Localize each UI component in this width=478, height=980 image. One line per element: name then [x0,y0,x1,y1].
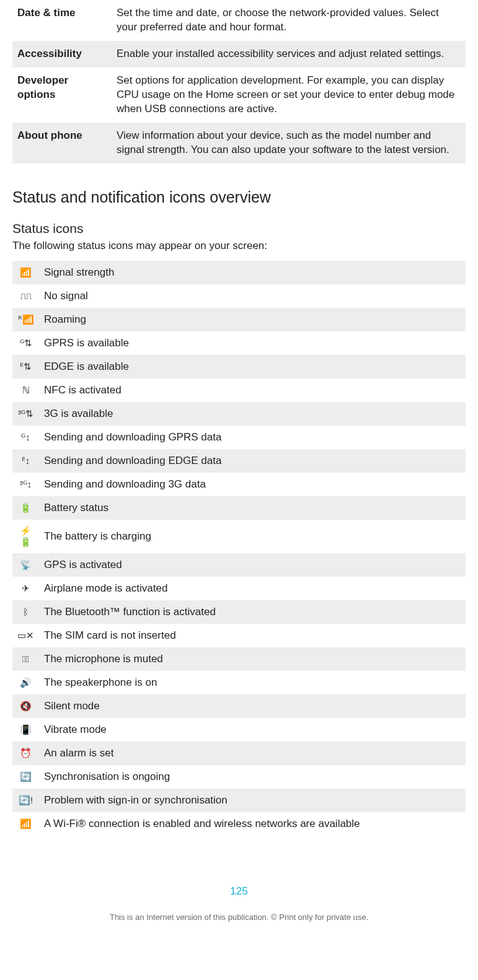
page-number: 125 [12,885,466,898]
settings-row-desc: Enable your installed accessibility serv… [112,41,466,68]
status-icon-row: 📡GPS is activated [12,553,466,577]
status-icon-desc: Sending and downloading GPRS data [39,426,466,449]
edge-available-icon: ᴱ⇅ [12,355,39,378]
silent-mode-icon: 🔇 [12,694,39,718]
gps-activated-icon: 📡 [12,553,39,577]
settings-row: About phoneView information about your d… [12,123,466,164]
settings-row: Date & timeSet the time and date, or cho… [12,0,466,41]
status-icon-desc: An alarm is set [39,742,466,765]
status-icon-row: ⚡🔋The battery is charging [12,520,466,553]
status-icons-table: 📶Signal strength⎍⎍No signalᴿ📶Roamingᴳ⇅GP… [12,261,466,836]
speakerphone-icon: 🔊 [12,671,39,694]
status-icon-desc: The SIM card is not inserted [39,624,466,647]
status-icon-desc: Synchronisation is ongoing [39,765,466,789]
status-icon-desc: The microphone is muted [39,647,466,671]
status-icon-desc: No signal [39,284,466,308]
status-icon-desc: NFC is activated [39,378,466,402]
status-icon-desc: Sending and downloading 3G data [39,473,466,496]
alarm-set-icon: ⏰ [12,742,39,765]
settings-row-label: Date & time [12,0,112,41]
status-icon-row: 🔊The speakerphone is on [12,671,466,694]
status-icon-row: ℕNFC is activated [12,378,466,402]
status-icon-row: ᴿ📶Roaming [12,308,466,331]
status-icon-row: 🔋Battery status [12,496,466,520]
sync-ongoing-icon: 🔄 [12,765,39,789]
settings-row-label: Developer options [12,68,112,123]
status-icon-row: ᴳ⇅GPRS is available [12,331,466,355]
settings-row-desc: Set the time and date, or choose the net… [112,0,466,41]
status-icon-desc: A Wi-Fi® connection is enabled and wirel… [39,812,466,836]
status-icon-row: ³ᴳ↕Sending and downloading 3G data [12,473,466,496]
status-icon-desc: The speakerphone is on [39,671,466,694]
copyright-text: This is an Internet version of this publ… [12,912,466,922]
3g-available-icon: ³ᴳ⇅ [12,402,39,426]
status-icon-row: ✈Airplane mode is activated [12,577,466,600]
status-icon-desc: EDGE is available [39,355,466,378]
status-icon-desc: Battery status [39,496,466,520]
airplane-mode-icon: ✈ [12,577,39,600]
lead-text: The following status icons may appear on… [12,240,466,252]
status-icon-row: 📶Signal strength [12,261,466,284]
status-icon-desc: Roaming [39,308,466,331]
battery-charging-icon: ⚡🔋 [12,520,39,553]
settings-row-label: About phone [12,123,112,164]
wifi-icon: 📶 [12,812,39,836]
gprs-available-icon: ᴳ⇅ [12,331,39,355]
settings-row-desc: View information about your device, such… [112,123,466,164]
roaming-icon: ᴿ📶 [12,308,39,331]
status-icon-row: ⎍⎍No signal [12,284,466,308]
subsection-heading: Status icons [12,221,466,236]
settings-row: Developer optionsSet options for applica… [12,68,466,123]
status-icon-desc: The Bluetooth™ function is activated [39,600,466,624]
no-sim-icon: ▭✕ [12,624,39,647]
status-icon-row: ⏰An alarm is set [12,742,466,765]
status-icon-desc: Silent mode [39,694,466,718]
status-icon-desc: Problem with sign-in or synchronisation [39,789,466,812]
status-icon-row: 📶A Wi-Fi® connection is enabled and wire… [12,812,466,836]
status-icon-desc: Signal strength [39,261,466,284]
section-heading: Status and notification icons overview [12,188,466,206]
status-icon-desc: Vibrate mode [39,718,466,742]
status-icon-desc: GPRS is available [39,331,466,355]
status-icon-row: 🔇Silent mode [12,694,466,718]
status-icon-row: ᴳ↕Sending and downloading GPRS data [12,426,466,449]
status-icon-desc: The battery is charging [39,520,466,553]
sync-problem-icon: 🔄! [12,789,39,812]
3g-data-icon: ³ᴳ↕ [12,473,39,496]
status-icon-desc: GPS is activated [39,553,466,577]
status-icon-desc: Airplane mode is activated [39,577,466,600]
status-icon-row: 🔄Synchronisation is ongoing [12,765,466,789]
settings-row-label: Accessibility [12,41,112,68]
mic-muted-icon: 🎙̸ [12,647,39,671]
status-icon-row: ᛒThe Bluetooth™ function is activated [12,600,466,624]
no-signal-icon: ⎍⎍ [12,284,39,308]
status-icon-desc: Sending and downloading EDGE data [39,449,466,473]
status-icon-row: 🔄!Problem with sign-in or synchronisatio… [12,789,466,812]
status-icon-row: ᴱ⇅EDGE is available [12,355,466,378]
bluetooth-icon: ᛒ [12,600,39,624]
settings-table: Date & timeSet the time and date, or cho… [12,0,466,164]
edge-data-icon: ᴱ↕ [12,449,39,473]
settings-row: AccessibilityEnable your installed acces… [12,41,466,68]
status-icon-row: ▭✕The SIM card is not inserted [12,624,466,647]
status-icon-row: ᴱ↕Sending and downloading EDGE data [12,449,466,473]
vibrate-mode-icon: 📳 [12,718,39,742]
battery-status-icon: 🔋 [12,496,39,520]
status-icon-desc: 3G is available [39,402,466,426]
nfc-activated-icon: ℕ [12,378,39,402]
status-icon-row: ³ᴳ⇅3G is available [12,402,466,426]
status-icon-row: 📳Vibrate mode [12,718,466,742]
gprs-data-icon: ᴳ↕ [12,426,39,449]
status-icon-row: 🎙̸The microphone is muted [12,647,466,671]
settings-row-desc: Set options for application development.… [112,68,466,123]
signal-strength-icon: 📶 [12,261,39,284]
